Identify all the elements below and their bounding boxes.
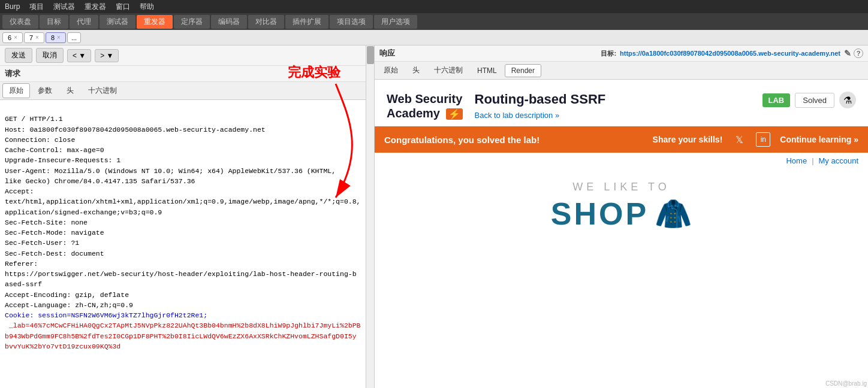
resp-tab-hex[interactable]: 十六进制 <box>427 63 469 78</box>
tab-bar: 6 × 7 × 8 × ... <box>0 30 868 46</box>
request-content: GET / HTTP/1.1 Host: 0a1800fc030f8907804… <box>0 100 374 388</box>
wsa-header: Web Security Academy ⚡ Routing-based SSR… <box>375 80 868 126</box>
tab-intruder[interactable]: 测试器 <box>100 15 135 29</box>
tab-target[interactable]: 目标 <box>40 15 68 29</box>
continue-learning-button[interactable]: Continue learning » <box>780 135 858 144</box>
tab-decoder[interactable]: 编码器 <box>211 15 247 29</box>
right-panel: 响应 目标: https://0a1800fc030f89078042d0950… <box>375 46 868 388</box>
tab-user-options[interactable]: 用户选项 <box>374 15 417 29</box>
shop-title-row: SHOP 🧥 <box>551 196 692 232</box>
resp-tab-headers[interactable]: 头 <box>406 63 426 78</box>
wsa-lightning-icon: ⚡ <box>446 108 463 120</box>
cancel-button[interactable]: 取消 <box>36 48 64 63</box>
watermark: CSDN@brab.ig <box>825 380 867 387</box>
menu-project[interactable]: 项目 <box>29 2 44 12</box>
home-link[interactable]: Home <box>786 156 807 165</box>
twitter-icon[interactable]: 𝕏 <box>732 132 746 147</box>
req-tab-raw[interactable]: 原始 <box>2 83 30 98</box>
tab-extender[interactable]: 插件扩展 <box>285 15 328 29</box>
response-label: 响应 <box>379 48 395 59</box>
menu-help[interactable]: 帮助 <box>140 2 154 12</box>
left-panel: 发送 取消 < ▼ > ▼ 请求 原始 参数 头 十六进制 GET / HTTP… <box>0 46 375 388</box>
render-content: Web Security Academy ⚡ Routing-based SSR… <box>375 80 868 388</box>
lab-badge: LAB <box>762 93 791 107</box>
tab-comparer[interactable]: 对比器 <box>248 15 284 29</box>
num-tab-8[interactable]: 8 × <box>46 32 66 43</box>
edit-icon[interactable]: ✎ <box>844 48 851 58</box>
wsa-logo: Web Security Academy ⚡ <box>387 92 463 120</box>
req-tab-hex[interactable]: 十六进制 <box>82 83 123 98</box>
menu-repeater[interactable]: 重发器 <box>85 2 106 12</box>
request-label: 请求 <box>0 66 374 82</box>
shop-title: SHOP <box>551 196 649 232</box>
target-info: 目标: https://0a1800fc030f89078042d095008a… <box>601 48 863 58</box>
share-skills-label: Share your skills! <box>653 135 723 144</box>
response-sub-tabs: 原始 头 十六进制 HTML Render <box>375 62 868 80</box>
lab-solved-badge: Solved <box>795 93 834 108</box>
resp-tab-html[interactable]: HTML <box>471 64 504 77</box>
resp-tab-raw[interactable]: 原始 <box>377 63 405 78</box>
main-area: 发送 取消 < ▼ > ▼ 请求 原始 参数 头 十六进制 GET / HTTP… <box>0 46 868 388</box>
menu-window[interactable]: 窗口 <box>116 2 130 12</box>
resp-tab-render[interactable]: Render <box>505 64 541 77</box>
lab-status: LAB Solved ⚗ <box>762 92 856 108</box>
menu-bar: Burp 项目 测试器 重发器 窗口 帮助 <box>0 0 868 13</box>
send-button[interactable]: 发送 <box>5 48 32 63</box>
my-account-link[interactable]: My account <box>819 156 858 165</box>
target-icons: ✎ ? <box>844 48 863 58</box>
back-to-description-link[interactable]: Back to lab description » <box>475 111 560 120</box>
request-text[interactable]: GET / HTTP/1.1 Host: 0a1800fc030f8907804… <box>0 100 374 388</box>
nav-links: Home | My account <box>375 153 868 169</box>
help-icon[interactable]: ? <box>854 48 863 58</box>
num-tab-more[interactable]: ... <box>67 32 81 43</box>
tab-repeater[interactable]: 重发器 <box>137 15 173 29</box>
flask-icon: ⚗ <box>839 92 856 108</box>
target-label: 目标: <box>601 49 616 58</box>
request-sub-tabs: 原始 参数 头 十六进制 <box>0 82 374 100</box>
lab-title: Routing-based SSRF <box>475 92 751 107</box>
controls-bar: 发送 取消 < ▼ > ▼ <box>0 46 374 66</box>
shop-tagline: WE LIKE TO <box>572 181 670 193</box>
num-tab-7[interactable]: 7 × <box>24 32 44 43</box>
tab-sequencer[interactable]: 定序器 <box>174 15 210 29</box>
shop-content: WE LIKE TO SHOP 🧥 <box>375 169 868 244</box>
congrats-text: Congratulations, you solved the lab! <box>384 135 643 145</box>
tab-dashboard[interactable]: 仪表盘 <box>2 15 38 29</box>
wsa-logo-text-1: Web Security Academy ⚡ <box>387 92 463 120</box>
menu-tester[interactable]: 测试器 <box>53 2 75 12</box>
num-tab-6[interactable]: 6 × <box>2 32 23 43</box>
next-button[interactable]: > ▼ <box>95 49 119 62</box>
toolbar: 仪表盘 目标 代理 测试器 重发器 定序器 编码器 对比器 插件扩展 项目选项 … <box>0 13 868 30</box>
congrats-banner: Congratulations, you solved the lab! Sha… <box>375 126 868 153</box>
menu-burp[interactable]: Burp <box>5 2 20 11</box>
tab-project-options[interactable]: 项目选项 <box>330 15 373 29</box>
target-url[interactable]: https://0a1800fc030f89078042d095008a0065… <box>620 50 840 57</box>
scrollbar-thumb[interactable] <box>367 46 374 64</box>
left-scrollbar[interactable] <box>366 46 374 388</box>
tab-proxy[interactable]: 代理 <box>70 15 98 29</box>
linkedin-icon[interactable]: in <box>756 132 770 147</box>
nav-separator: | <box>812 156 813 165</box>
response-header-bar: 响应 目标: https://0a1800fc030f89078042d0950… <box>375 46 868 62</box>
req-tab-params[interactable]: 参数 <box>31 83 59 98</box>
lab-info: Routing-based SSRF Back to lab descripti… <box>475 92 751 120</box>
req-tab-headers[interactable]: 头 <box>60 83 80 98</box>
hanger-icon: 🧥 <box>655 196 692 231</box>
prev-button[interactable]: < ▼ <box>67 49 91 62</box>
